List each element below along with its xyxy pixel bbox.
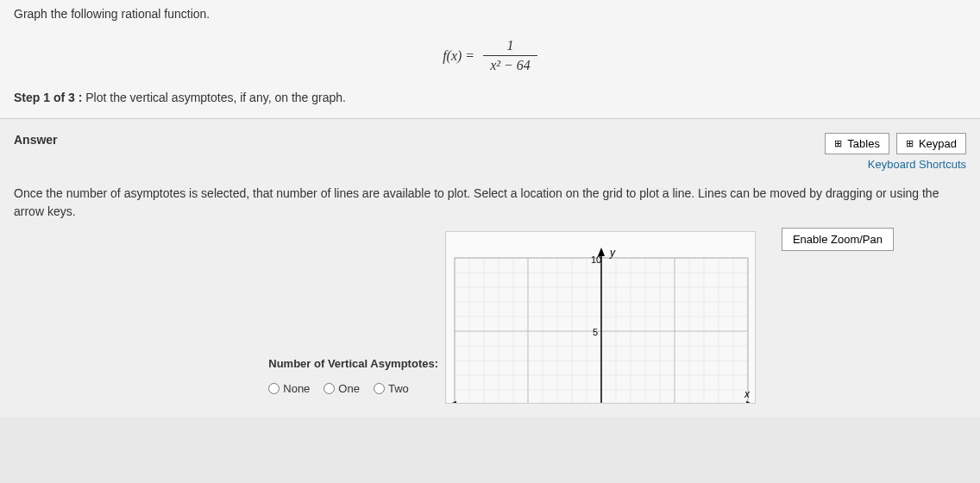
coordinate-plane[interactable]: y x 10 5 -10 -5 5 10 <box>446 232 756 404</box>
step-prefix: Step 1 of 3 : <box>14 91 82 104</box>
asymptote-count-label: Number of Vertical Asymptotes: <box>268 357 438 370</box>
radio-two-input[interactable] <box>374 383 385 394</box>
formula: f(x) = 1 x² − 64 <box>14 38 966 73</box>
y-axis-label: y <box>609 247 616 259</box>
tables-button[interactable]: ⊞ Tables <box>825 133 889 154</box>
radio-one-label: One <box>338 382 360 395</box>
radio-one[interactable]: One <box>324 382 360 395</box>
x-axis-label: x <box>744 388 751 400</box>
tick-y5: 5 <box>593 327 598 337</box>
keypad-button[interactable]: ⊞ Keypad <box>896 133 966 154</box>
radio-none-input[interactable] <box>268 383 280 394</box>
instruction-text: Once the number of asymptotes is selecte… <box>14 185 966 221</box>
keypad-icon: ⊞ <box>906 138 914 149</box>
keyboard-shortcuts-link[interactable]: Keyboard Shortcuts <box>868 158 966 171</box>
keypad-label: Keypad <box>919 137 957 150</box>
radio-one-input[interactable] <box>324 383 335 394</box>
radio-two-label: Two <box>388 382 409 395</box>
zoom-pan-button[interactable]: Enable Zoom/Pan <box>782 228 894 251</box>
step-instruction: Step 1 of 3 : Plot the vertical asymptot… <box>14 91 966 115</box>
radio-two[interactable]: Two <box>374 382 409 395</box>
tick-y10: 10 <box>591 254 601 265</box>
tables-icon: ⊞ <box>834 138 842 149</box>
graph-canvas[interactable]: y x 10 5 -10 -5 5 10 <box>445 231 756 404</box>
formula-fx: f(x) = <box>443 48 474 64</box>
question-section: Graph the following rational function. f… <box>0 0 980 119</box>
toolbar: ⊞ Tables ⊞ Keypad Keyboard Shortcuts <box>825 133 966 171</box>
answer-label: Answer <box>14 133 58 147</box>
graph-wrapper: Enable Zoom/Pan <box>445 231 756 404</box>
formula-denominator: x² − 64 <box>483 56 537 73</box>
radio-none[interactable]: None <box>268 382 310 395</box>
answer-section: Answer ⊞ Tables ⊞ Keypad Keyboard Shortc… <box>0 119 980 417</box>
radio-group: None One Two <box>268 382 438 395</box>
tables-label: Tables <box>847 137 880 150</box>
radio-none-label: None <box>283 382 310 395</box>
question-title: Graph the following rational function. <box>14 7 966 21</box>
formula-numerator: 1 <box>483 38 537 56</box>
step-body: Plot the vertical asymptotes, if any, on… <box>82 91 346 104</box>
